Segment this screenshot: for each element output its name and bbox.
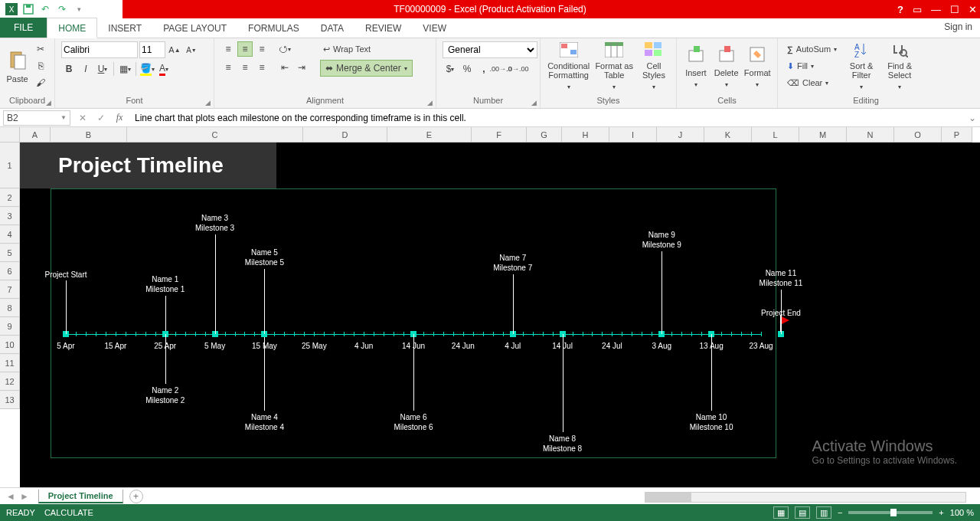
merge-center-button[interactable]: ⬌Merge & Center▾ <box>320 60 413 77</box>
cut-icon[interactable]: ✂ <box>33 41 48 57</box>
row-header[interactable]: 8 <box>0 299 20 317</box>
column-header[interactable]: J <box>657 127 704 143</box>
row-header[interactable]: 6 <box>0 262 20 280</box>
paste-button[interactable]: Paste <box>6 41 28 92</box>
ribbon-options-icon[interactable]: ▭ <box>913 4 922 15</box>
decrease-indent-icon[interactable]: ⇤ <box>277 60 292 75</box>
cancel-formula-icon[interactable]: ✕ <box>74 110 92 126</box>
copy-icon[interactable]: ⎘ <box>33 58 48 74</box>
tab-file[interactable]: FILE <box>0 18 47 38</box>
row-header[interactable]: 5 <box>0 244 20 262</box>
column-header[interactable]: E <box>387 127 472 143</box>
tab-review[interactable]: REVIEW <box>354 18 412 38</box>
find-select-button[interactable]: Find & Select▾ <box>883 41 916 92</box>
font-name-input[interactable] <box>61 41 138 58</box>
font-size-input[interactable] <box>139 41 165 58</box>
column-header[interactable]: K <box>704 127 752 143</box>
sort-filter-button[interactable]: AZSort & Filter▾ <box>844 41 878 92</box>
cells-canvas[interactable]: Project Timeline 5 Apr15 Apr25 Apr5 May1… <box>20 143 980 487</box>
redo-icon[interactable]: ↷ <box>55 2 69 16</box>
sheet-nav-next-icon[interactable]: ► <box>20 491 29 502</box>
accounting-format-icon[interactable]: $▾ <box>443 61 458 77</box>
name-box[interactable]: B2▼ <box>3 110 70 126</box>
tab-insert[interactable]: INSERT <box>97 18 152 38</box>
zoom-slider[interactable] <box>848 511 933 514</box>
tab-formulas[interactable]: FORMULAS <box>237 18 310 38</box>
row-header[interactable]: 12 <box>0 372 20 391</box>
row-header[interactable]: 10 <box>0 336 20 354</box>
column-header[interactable]: B <box>51 127 127 143</box>
row-header[interactable]: 1 <box>0 143 20 188</box>
save-icon[interactable] <box>21 2 35 16</box>
delete-cells-button[interactable]: Delete▾ <box>714 41 740 92</box>
wrap-text-button[interactable]: ↩Wrap Text <box>320 41 413 57</box>
row-header[interactable]: 13 <box>0 391 20 409</box>
align-middle-icon[interactable]: ≡ <box>237 41 253 57</box>
tab-data[interactable]: DATA <box>310 18 354 38</box>
column-header[interactable]: F <box>472 127 527 143</box>
enter-formula-icon[interactable]: ✓ <box>92 110 110 126</box>
zoom-in-icon[interactable]: + <box>939 508 943 517</box>
align-bottom-icon[interactable]: ≡ <box>254 41 270 57</box>
column-header[interactable]: A <box>20 127 51 143</box>
bold-icon[interactable]: B <box>61 61 77 77</box>
tab-home[interactable]: HOME <box>47 18 97 38</box>
column-header[interactable]: H <box>562 127 609 143</box>
orientation-icon[interactable]: ⭯▾ <box>277 41 292 57</box>
autosum-button[interactable]: ∑AutoSum▾ <box>784 41 840 57</box>
close-icon[interactable]: ✕ <box>969 4 977 15</box>
select-all-button[interactable] <box>0 127 20 143</box>
minimize-icon[interactable]: — <box>931 4 941 15</box>
increase-indent-icon[interactable]: ⇥ <box>294 60 309 75</box>
fill-color-icon[interactable]: 🪣▾ <box>139 61 155 77</box>
column-header[interactable]: N <box>847 127 894 143</box>
decrease-decimal-icon[interactable]: .0→.00 <box>510 61 525 77</box>
new-sheet-button[interactable]: + <box>129 490 143 503</box>
tab-view[interactable]: VIEW <box>412 18 457 38</box>
align-left-icon[interactable]: ≡ <box>220 60 236 75</box>
column-header[interactable]: P <box>942 127 972 143</box>
borders-icon[interactable]: ▦▾ <box>117 61 132 77</box>
align-right-icon[interactable]: ≡ <box>254 60 270 75</box>
clear-button[interactable]: ⌫Clear▾ <box>784 75 840 90</box>
help-icon[interactable]: ? <box>897 4 903 15</box>
format-cells-button[interactable]: Format▾ <box>744 41 771 92</box>
italic-icon[interactable]: I <box>78 61 93 77</box>
row-header[interactable]: 3 <box>0 207 20 225</box>
insert-cells-button[interactable]: Insert▾ <box>683 41 709 92</box>
fx-icon[interactable]: fx <box>110 110 129 126</box>
fill-button[interactable]: ⬇Fill▾ <box>784 58 840 74</box>
zoom-out-icon[interactable]: − <box>838 508 842 517</box>
conditional-formatting-button[interactable]: Conditional Formatting▾ <box>547 41 590 92</box>
sign-in-link[interactable]: Sign in <box>944 21 972 32</box>
align-top-icon[interactable]: ≡ <box>220 41 236 57</box>
sheet-tab-project-timeline[interactable]: Project Timeline <box>38 490 123 503</box>
number-format-select[interactable]: General <box>443 41 537 58</box>
dialog-launcher-icon[interactable]: ◢ <box>531 99 537 106</box>
zoom-level[interactable]: 100 % <box>950 508 974 517</box>
column-header[interactable]: C <box>127 127 303 143</box>
dialog-launcher-icon[interactable]: ◢ <box>427 99 433 106</box>
underline-icon[interactable]: U▾ <box>95 61 110 77</box>
zoom-thumb[interactable] <box>890 509 897 516</box>
expand-formula-bar-icon[interactable]: ⌄ <box>965 113 980 123</box>
normal-view-icon[interactable]: ▦ <box>773 506 789 519</box>
cell-styles-button[interactable]: Cell Styles▾ <box>638 41 670 92</box>
dialog-launcher-icon[interactable]: ◢ <box>205 99 211 106</box>
excel-app-icon[interactable]: X <box>5 2 18 16</box>
decrease-font-icon[interactable]: A▼ <box>184 42 199 57</box>
column-header[interactable]: M <box>799 127 847 143</box>
page-layout-view-icon[interactable]: ▤ <box>795 506 810 519</box>
percent-format-icon[interactable]: % <box>459 61 475 77</box>
column-header[interactable]: D <box>303 127 387 143</box>
maximize-icon[interactable]: ☐ <box>950 4 959 15</box>
row-header[interactable]: 11 <box>0 354 20 372</box>
page-break-view-icon[interactable]: ▥ <box>816 506 831 519</box>
column-header[interactable]: O <box>894 127 942 143</box>
undo-icon[interactable]: ↶ <box>38 2 52 16</box>
scroll-thumb[interactable] <box>645 493 691 502</box>
row-header[interactable]: 4 <box>0 225 20 244</box>
format-as-table-button[interactable]: Format as Table▾ <box>595 41 633 92</box>
row-header[interactable]: 2 <box>0 188 20 207</box>
align-center-icon[interactable]: ≡ <box>237 60 253 75</box>
